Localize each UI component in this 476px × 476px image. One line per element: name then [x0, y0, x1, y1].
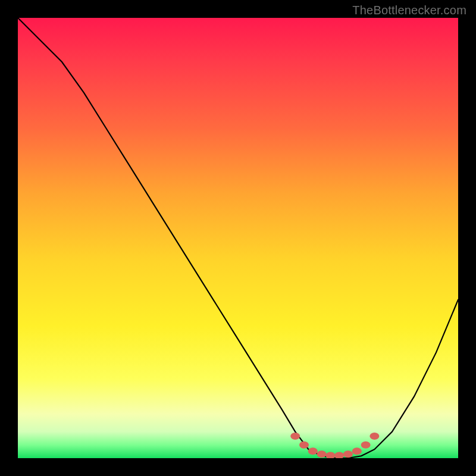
highlight-dot [299, 441, 309, 449]
highlight-dot [290, 433, 300, 440]
plot-area [18, 18, 458, 458]
chart-frame: TheBottlenecker.com [0, 0, 476, 476]
highlight-dot [369, 433, 379, 440]
highlight-dot [325, 452, 335, 458]
highlight-dot [352, 447, 362, 455]
highlight-dot [343, 450, 353, 458]
curve-layer [18, 18, 458, 458]
highlight-dot [317, 450, 327, 458]
highlight-dot [334, 452, 344, 458]
highlight-dot [361, 441, 371, 449]
highlight-dot [308, 447, 318, 455]
bottleneck-curve [18, 18, 458, 458]
attribution-label: TheBottlenecker.com [352, 4, 466, 17]
